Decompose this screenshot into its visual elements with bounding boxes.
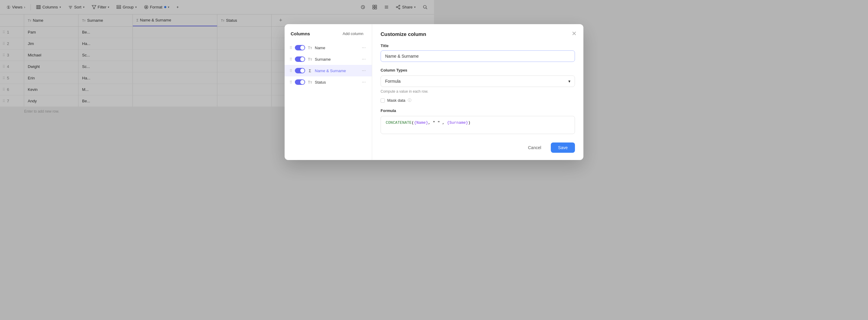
compute-hint: Compute a value in each row.	[380, 89, 434, 94]
mask-row: Mask data ⓘ	[380, 98, 434, 103]
col-list-label-name: Name	[315, 46, 358, 50]
col-type-icon-surname: Tт	[308, 57, 312, 62]
col-type-value: Formula	[385, 79, 401, 84]
drag-ns: ⠿	[289, 68, 292, 73]
col-list-item-surname[interactable]: ⠿ Tт Surname ···	[285, 53, 372, 65]
formula-section: Formula CONCATENATE({Name}, " " , {Surna…	[380, 108, 434, 134]
more-btn-name[interactable]: ···	[361, 45, 367, 51]
toggle-ns[interactable]	[295, 68, 305, 74]
toggle-knob-ns	[300, 68, 305, 73]
formula-field-name: {Name}	[414, 120, 428, 125]
modal-columns-title: Columns	[291, 31, 310, 36]
add-column-button[interactable]: Add column	[340, 30, 366, 37]
col-list-label-ns: Name & Surname	[315, 68, 358, 73]
col-type-select[interactable]: Formula ▾	[380, 76, 434, 87]
formula-func: CONCATENATE	[386, 120, 412, 125]
toggle-name[interactable]	[295, 45, 305, 51]
drag-surname: ⠿	[289, 57, 292, 62]
formula-open: (	[412, 120, 414, 125]
title-field-label: Title	[380, 43, 434, 48]
more-btn-surname[interactable]: ···	[361, 56, 367, 62]
col-list-label-surname: Surname	[315, 57, 358, 62]
formula-label: Formula	[380, 108, 434, 113]
modal-left-header: Columns Add column	[285, 30, 372, 42]
toggle-status[interactable]	[295, 79, 305, 85]
col-list-item-name[interactable]: ⠿ Tт Name ···	[285, 42, 372, 53]
col-types-label: Column Types	[380, 68, 434, 72]
col-list-item-ns[interactable]: ⠿ Σ Name & Surname ···	[285, 65, 372, 77]
col-type-icon-status: Tт	[308, 80, 312, 85]
drag-name: ⠿	[289, 46, 292, 50]
toggle-knob-name	[300, 46, 305, 50]
toggle-knob-surname	[300, 57, 305, 61]
mask-info-icon: ⓘ	[408, 98, 411, 103]
formula-box[interactable]: CONCATENATE({Name}, " " , {Surname})	[380, 116, 434, 134]
modal-columns-panel: Columns Add column ⠿ Tт Name ··· ⠿ Tт Su…	[285, 24, 372, 160]
modal-customize-panel: ✕ Customize column Title Column Types Fo…	[372, 24, 434, 160]
toggle-surname[interactable]	[295, 56, 305, 62]
col-list-item-status[interactable]: ⠿ Tт Status ···	[285, 77, 372, 88]
more-btn-ns[interactable]: ···	[361, 67, 367, 74]
more-btn-status[interactable]: ···	[361, 79, 367, 85]
mask-checkbox[interactable]	[380, 98, 385, 103]
col-type-icon-ns: Σ	[308, 68, 312, 73]
col-type-icon-name: Tт	[308, 46, 312, 50]
formula-sep: , " " ,	[428, 120, 434, 125]
modal-right-title: Customize column	[380, 31, 434, 37]
modal-footer: Cancel Save	[380, 143, 434, 153]
drag-status: ⠿	[289, 80, 292, 85]
toggle-knob-status	[300, 80, 305, 84]
mask-data-label: Mask data	[387, 98, 405, 103]
title-input[interactable]	[380, 51, 434, 62]
col-list-label-status: Status	[315, 80, 358, 85]
customize-column-modal: Columns Add column ⠿ Tт Name ··· ⠿ Tт Su…	[285, 24, 434, 160]
